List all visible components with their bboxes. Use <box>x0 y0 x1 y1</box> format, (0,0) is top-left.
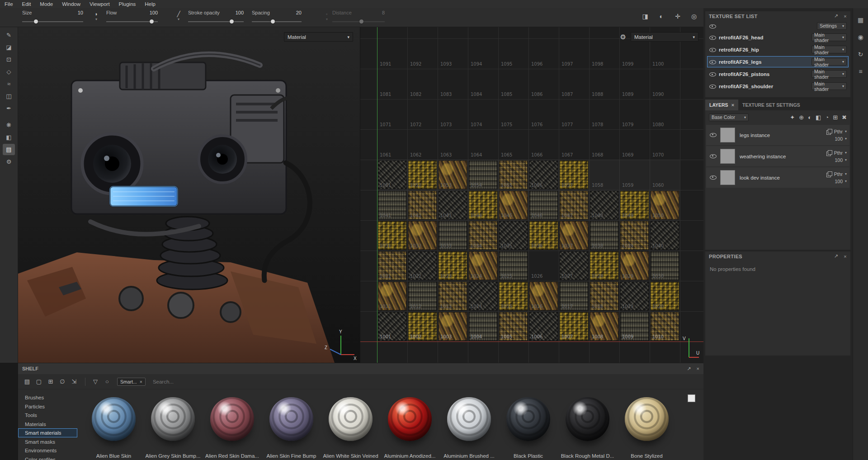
shelf-category-color-profiles[interactable]: Color profiles <box>18 455 77 460</box>
delete-layer-icon[interactable]: ✖ <box>842 114 847 121</box>
material-bone-stylized[interactable]: Bone Stylized <box>617 389 676 459</box>
hide-resources-icon[interactable]: ∅ <box>57 377 68 387</box>
slider-knob[interactable] <box>150 19 154 24</box>
gear-icon[interactable]: ⚙ <box>620 33 626 41</box>
opacity-select[interactable]: 100 <box>835 136 843 142</box>
visibility-eye-icon[interactable] <box>709 83 716 90</box>
opacity-select[interactable]: 100 <box>835 179 843 184</box>
menu-mode[interactable]: Mode <box>35 0 57 8</box>
brush-falloff-icon[interactable]: ◗▾ <box>91 12 101 22</box>
smudge-tool[interactable]: ≈ <box>3 78 15 90</box>
slider-knob[interactable] <box>230 19 234 24</box>
param-slider-stroke-opacity[interactable] <box>188 19 244 24</box>
sync-icon[interactable]: ○ <box>102 377 113 387</box>
layer-row-weathering-instance[interactable]: weathering instancePthr▾100▾ <box>706 146 849 166</box>
shelf-display-toggle[interactable] <box>688 394 695 402</box>
close-icon[interactable]: × <box>844 14 847 19</box>
undock-icon[interactable]: ↗ <box>834 253 839 259</box>
shader-select[interactable]: Main shader▾ <box>811 58 847 66</box>
add-effect-icon[interactable]: ✦ <box>790 114 795 121</box>
visibility-eye-icon[interactable] <box>709 131 717 138</box>
visibility-eye-icon[interactable] <box>709 174 717 180</box>
shader-select[interactable]: Main shader▾ <box>811 46 847 53</box>
layer-row-look-dev-instance[interactable]: look dev instancePthr▾100▾ <box>706 167 849 188</box>
filter-chip[interactable]: Smart... × <box>117 378 146 386</box>
shader-select[interactable]: Main shader▾ <box>811 33 847 41</box>
shelf-category-smart-materials[interactable]: Smart materials <box>18 428 77 437</box>
material-black-rough-metal-d[interactable]: Black Rough Metal D... <box>558 389 617 459</box>
material-alien-blue-skin[interactable]: Alien Blue Skin <box>84 389 143 459</box>
visibility-eye-icon[interactable] <box>709 152 717 159</box>
add-folder-icon[interactable]: ⊞ <box>833 114 838 121</box>
param-slider-size[interactable] <box>22 19 83 24</box>
menu-window[interactable]: Window <box>57 0 85 8</box>
menu-viewport[interactable]: Viewport <box>85 0 114 8</box>
slider-knob[interactable] <box>34 19 38 24</box>
material-aluminium-anodized[interactable]: Aluminium Anodized... <box>380 389 439 459</box>
material-mode-select-3d[interactable]: Material ▾ <box>284 32 353 42</box>
menu-plugins[interactable]: Plugins <box>114 0 141 8</box>
render-mode-icon[interactable]: ◐ <box>656 11 667 22</box>
viewport-2d-uv[interactable]: 1001100210031004100510061007100810091010… <box>360 27 703 363</box>
material-alien-skin-fine-bump[interactable]: Alien Skin Fine Bump <box>262 389 321 459</box>
add-fill-layer-icon[interactable]: ◧ <box>816 114 821 121</box>
folder-icon[interactable]: ▤ <box>22 377 33 387</box>
viewport-3d[interactable]: Material ▾ Y X Z <box>18 27 360 363</box>
shelf-category-environments[interactable]: Environments <box>18 446 77 455</box>
slider-knob[interactable] <box>359 19 363 24</box>
shelf-category-smart-masks[interactable]: Smart masks <box>18 437 77 446</box>
shelf-category-tools[interactable]: Tools <box>18 411 77 420</box>
polygon-fill-tool[interactable]: ◇ <box>3 66 15 77</box>
remove-filter-icon[interactable]: × <box>140 379 142 384</box>
screenshot-icon[interactable]: ◎ <box>689 11 699 22</box>
distance-icon[interactable]: ◦▾ <box>322 12 332 22</box>
param-slider-spacing[interactable] <box>252 19 302 24</box>
toggle-all-visibility-icon[interactable] <box>709 23 716 29</box>
material-alien-grey-skin-bump[interactable]: Alien Grey Skin Bump... <box>143 389 203 459</box>
shader-settings-icon[interactable]: ◉ <box>855 32 866 43</box>
duplicate-icon[interactable]: ⊞ <box>45 377 56 387</box>
texture-set-settings-button[interactable]: Settings ▾ <box>817 22 847 30</box>
material-alien-white-skin-veined[interactable]: Alien White Skin Veined <box>321 389 380 459</box>
menu-help[interactable]: Help <box>140 0 160 8</box>
material-mode-select-2d[interactable]: Material ▾ <box>631 32 698 42</box>
close-icon[interactable]: × <box>844 254 847 259</box>
shelf-category-brushes[interactable]: Brushes <box>18 393 77 402</box>
visibility-eye-icon[interactable] <box>709 46 716 53</box>
projection-tool[interactable]: ⊡ <box>3 54 15 65</box>
material-alien-red-skin-dama[interactable]: Alien Red Skin Dama... <box>203 389 262 459</box>
undock-icon[interactable]: ↗ <box>834 13 839 19</box>
param-slider-flow[interactable] <box>106 19 158 24</box>
close-icon[interactable]: × <box>697 366 699 371</box>
texture-set-row-retrofitaf26-shoulder[interactable]: retrofitAF26_shoulderMain shader▾ <box>707 81 849 92</box>
slider-knob[interactable] <box>271 19 275 24</box>
menu-file[interactable]: File <box>0 0 18 8</box>
paint-tool[interactable]: ✎ <box>3 29 15 41</box>
material-black-plastic[interactable]: Black Plastic <box>499 389 558 459</box>
shelf-category-particles[interactable]: Particles <box>18 402 77 411</box>
quick-mask-tool[interactable]: ▤ <box>3 144 15 155</box>
blend-mode-select[interactable]: Pthr <box>834 150 843 156</box>
channel-select[interactable]: Base Color ▾ <box>709 114 749 121</box>
visibility-eye-icon[interactable] <box>709 58 716 65</box>
material-picker-tool[interactable]: ✒ <box>3 103 15 114</box>
param-slider-distance[interactable] <box>332 19 385 24</box>
tool-settings[interactable]: ⚙ <box>3 156 15 167</box>
path-tool[interactable]: ◧ <box>3 132 15 143</box>
layout-toggle-icon[interactable]: ◨ <box>640 11 651 22</box>
blend-mode-select[interactable]: Pthr <box>834 129 843 134</box>
eraser-tool[interactable]: ◪ <box>3 42 15 53</box>
close-tab-icon[interactable]: × <box>731 102 734 108</box>
add-anchor-icon[interactable]: ⊕ <box>799 114 804 121</box>
shelf-category-materials[interactable]: Materials <box>18 420 77 429</box>
display-settings-icon[interactable]: ▦ <box>855 14 866 25</box>
search-input[interactable] <box>153 379 700 384</box>
camera-icon[interactable]: ✛ <box>672 11 683 22</box>
menu-edit[interactable]: Edit <box>18 0 36 8</box>
particles-tool[interactable]: ❋ <box>3 119 15 131</box>
import-resources-icon[interactable]: ⇲ <box>69 377 80 387</box>
opacity-select[interactable]: 100 <box>835 157 843 163</box>
texture-set-row-retrofitaf26-head[interactable]: retrofitAF26_headMain shader▾ <box>707 32 849 43</box>
tab-texture-set-settings[interactable]: TEXTURE SET SETTINGS <box>738 100 804 110</box>
texture-set-row-retrofitaf26-hip[interactable]: retrofitAF26_hipMain shader▾ <box>707 44 849 55</box>
